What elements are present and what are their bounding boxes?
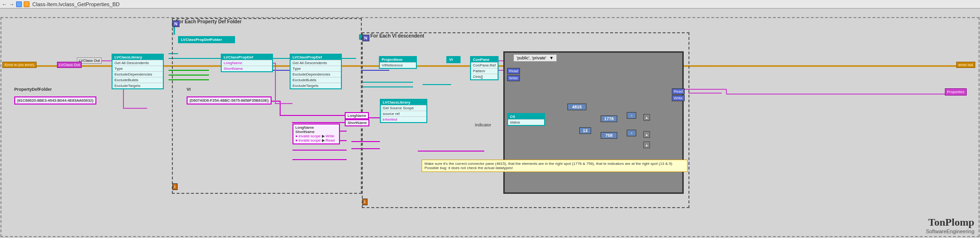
brand-subtitle: SoftwareEngineering (926, 228, 974, 234)
loop1-i-terminal: i (172, 183, 178, 190)
properties-terminal: Properties (945, 88, 967, 95)
long-name-1: LongName (222, 60, 272, 66)
pink-longname-box[interactable]: LongName ShortName ● invalid scope ▶ Wri… (292, 124, 340, 144)
loop2-label: For Each VI descendent (370, 33, 424, 38)
exclude-dependencies-2: ExcludeDependencies (291, 71, 341, 77)
project-item-node[interactable]: ProjectItem VIReference (379, 56, 417, 69)
lvclass-prop-def-2-header: LVClassPropDef (291, 55, 341, 60)
title-bar: ← → Class-Item.lvclass_GetProperties_BD (0, 0, 980, 9)
con-pane-ref: ConPane.Ref (471, 62, 498, 68)
val-13-box: 13 (579, 127, 591, 134)
val-758-box: 758 (601, 132, 617, 139)
window-title: Class-Item.lvclass_GetProperties_BD (32, 1, 120, 7)
read-node-2[interactable]: Read (672, 88, 685, 95)
read-node-1[interactable]: Read (507, 68, 520, 74)
property-def-folder-guid[interactable]: {81C68620-8BE3-4643-B044-4E83AA63632} (14, 96, 96, 105)
vi-reference: VIReference (380, 62, 416, 68)
vi-icon (24, 1, 29, 7)
project-item-header: ProjectItem (380, 57, 416, 62)
vi-node[interactable]: VI (446, 56, 461, 63)
pink-shortname-label: ShortName (295, 130, 337, 134)
lvclass-prop-def-2[interactable]: LVClassPropDef Get All Descendents Type … (290, 54, 342, 89)
property-def-folder-label: PropertyDefFolder (14, 87, 52, 92)
lvclass-prop-def-1-header: LVClassPropDef (222, 55, 272, 60)
merge-node-2[interactable]: ▲ (643, 131, 650, 138)
lvclass-library-1[interactable]: LVClassLibrary Get All Descendents Type … (112, 54, 164, 89)
longname-tunnel[interactable]: LongName (345, 112, 369, 119)
vi-label-left: VI (187, 87, 191, 92)
error-in-terminal: Error in (no error) (2, 62, 37, 68)
exclude-targets-1: ExcludeTargets (113, 83, 163, 88)
type-1: Type (113, 66, 163, 71)
public-private-selector[interactable]: 'public', 'private' ▼ (513, 54, 557, 62)
shortname-tunnel[interactable]: ShortName (345, 119, 369, 126)
pink-invalid-scope-read: ● invalid scope ▶ Read (295, 138, 337, 143)
get-source-scope: Get Source Scope (381, 105, 426, 111)
indicator-label: Indicator (475, 123, 491, 127)
con-pane-header: ConPane (471, 57, 498, 62)
ctl-status-block[interactable]: Ctl status (507, 113, 545, 126)
loop-property-def-folder (172, 18, 362, 194)
loop1-label: For Each Property Def Folder (176, 19, 242, 24)
pink-invalid-scope-write: ● invalid scope ▶ Write (295, 134, 337, 138)
exclude-builds-1: ExcludeBuilds (113, 77, 163, 83)
forward-icon[interactable]: → (9, 1, 14, 7)
error-out-terminal: error out (956, 62, 975, 68)
loop2-n-terminal: N (362, 35, 369, 41)
lvclass-library-2[interactable]: LVClassLibrary Get Source Scope source r… (380, 99, 427, 123)
val-1778-box: 1778 (601, 115, 617, 122)
get-all-descendents-2: Get All Descendents (291, 60, 341, 66)
loop1-n-terminal: N (172, 20, 179, 27)
brand-name: TonPlomp (926, 216, 974, 228)
error-in-label: Error in (no error) (5, 63, 34, 67)
status-row: status (508, 119, 544, 125)
lvclass-prop-def-folder[interactable]: LVClassPropDefFolder (178, 36, 235, 43)
type-2: Type (291, 66, 341, 71)
compare-eq-2[interactable]: = (627, 130, 636, 136)
compare-eq-1[interactable]: = (627, 112, 636, 119)
write-node-2[interactable]: Write (672, 95, 685, 101)
title-icons: ← → (2, 1, 29, 7)
source-ref: source ref (381, 111, 426, 116)
get-all-descendents-1: Get All Descendents (113, 60, 163, 66)
vi-node-header: VI (447, 57, 460, 62)
diagram-area: For Each Property Def Folder N i For Eac… (0, 9, 980, 238)
ctl-header: Ctl (508, 114, 544, 119)
ctrls: Ctrls[] (471, 74, 498, 79)
merge-node-3[interactable]: ▲ (643, 142, 650, 148)
exclude-targets-2: ExcludeTargets (291, 83, 341, 88)
lvclass-library-2-header: LVClassLibrary (381, 100, 426, 105)
lvclass-terminal: LVClass Out (57, 62, 82, 68)
inherited-row: inherited (381, 116, 426, 122)
merge-node-1[interactable]: ▲ (643, 114, 650, 121)
lvclass-library-1-header: LVClassLibrary (113, 55, 163, 60)
pink-longname-label: LongName (295, 125, 337, 130)
brand-area: TonPlomp SoftwareEngineering (926, 216, 974, 234)
back-icon[interactable]: ← (2, 1, 7, 7)
lvclass-prop-def-folder-header: LVClassPropDefFolder (179, 37, 234, 42)
exclude-dependencies-1: ExcludeDependencies (113, 71, 163, 77)
loop2-i-terminal: i (362, 199, 368, 205)
class-icon (16, 1, 22, 7)
con-pane-node[interactable]: ConPane ConPane.Ref Pattern Ctrls[] (470, 56, 499, 80)
lvclass-prop-def-1[interactable]: LVClassPropDef LongName ShortName (221, 54, 273, 72)
short-name-1: ShortName (222, 66, 272, 71)
pattern: Pattern (471, 68, 498, 74)
write-node-1[interactable]: Write (507, 75, 520, 81)
exclude-builds-2: ExcludeBuilds (291, 77, 341, 83)
comment-box: Make sure it's the correct connector pan… (422, 160, 688, 172)
val-4815-box: 4815 (567, 104, 586, 110)
vi-guid[interactable]: {D60740D6-F254-4BBC-5675-8858F35B810E} (187, 96, 272, 105)
